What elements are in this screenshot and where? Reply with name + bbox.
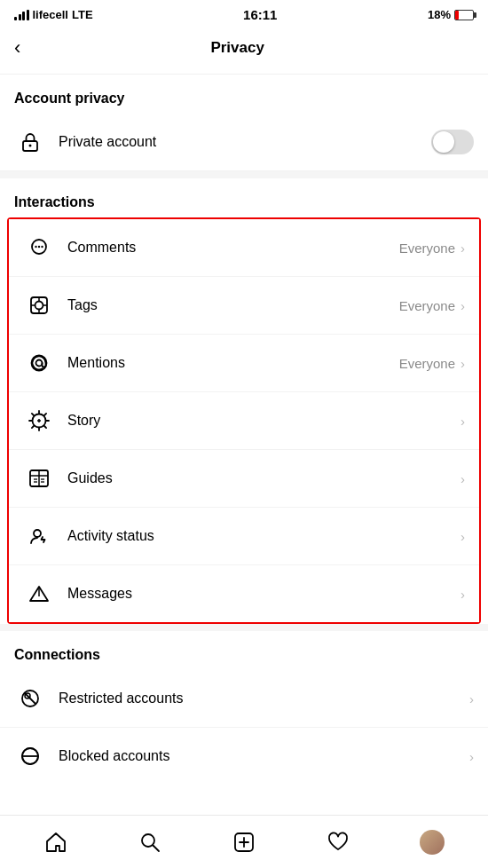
- comments-icon: [23, 232, 55, 264]
- restricted-accounts-icon: [14, 683, 46, 714]
- private-account-row[interactable]: Private account: [0, 114, 488, 171]
- status-time: 16:11: [243, 7, 277, 22]
- nav-add[interactable]: [222, 820, 266, 864]
- blocked-accounts-label: Blocked accounts: [59, 748, 469, 764]
- story-row[interactable]: Story ›: [9, 392, 479, 450]
- comments-label: Comments: [67, 240, 399, 256]
- interactions-box: Comments Everyone › Tags Everyone ›: [7, 217, 481, 624]
- comments-value: Everyone: [399, 241, 455, 256]
- story-icon: [23, 405, 55, 437]
- comments-row[interactable]: Comments Everyone ›: [9, 219, 479, 277]
- tags-icon: [23, 289, 55, 321]
- mentions-value: Everyone: [399, 356, 455, 371]
- page-title: Privacy: [28, 39, 447, 57]
- guides-label: Guides: [67, 470, 460, 486]
- top-nav: ‹ Privacy: [0, 26, 488, 75]
- messages-row[interactable]: Messages ›: [9, 565, 479, 622]
- activity-status-chevron: ›: [460, 529, 465, 544]
- activity-status-row[interactable]: Activity status ›: [9, 508, 479, 565]
- private-account-toggle[interactable]: [431, 130, 474, 154]
- svg-line-19: [32, 414, 34, 415]
- tags-row[interactable]: Tags Everyone ›: [9, 277, 479, 335]
- connections-section-header: Connections: [0, 631, 488, 670]
- back-button[interactable]: ‹: [14, 33, 28, 63]
- activity-status-label: Activity status: [67, 528, 460, 544]
- network-label: LTE: [72, 8, 93, 21]
- battery-icon: [454, 10, 474, 20]
- messages-chevron: ›: [460, 587, 465, 602]
- tags-label: Tags: [67, 297, 399, 313]
- status-bar: lifecell LTE 16:11 18%: [0, 0, 488, 26]
- restricted-accounts-row[interactable]: Restricted accounts ›: [0, 670, 488, 728]
- restricted-accounts-label: Restricted accounts: [59, 690, 469, 706]
- mentions-label: Mentions: [67, 355, 399, 371]
- mentions-chevron: ›: [460, 356, 465, 371]
- tags-chevron: ›: [460, 298, 465, 313]
- status-right: 18%: [428, 8, 474, 21]
- nav-search[interactable]: [128, 820, 172, 864]
- nav-home[interactable]: [34, 820, 78, 864]
- lock-icon: [14, 126, 46, 158]
- svg-point-1: [29, 145, 32, 147]
- svg-point-13: [36, 360, 43, 367]
- mentions-icon: [23, 347, 55, 379]
- account-privacy-section-header: Account privacy: [0, 75, 488, 114]
- svg-point-3: [35, 246, 36, 248]
- private-account-label: Private account: [59, 134, 431, 150]
- guides-row[interactable]: Guides ›: [9, 450, 479, 508]
- svg-line-42: [153, 845, 160, 851]
- story-label: Story: [67, 413, 460, 429]
- svg-point-5: [41, 246, 43, 248]
- messages-label: Messages: [67, 586, 460, 602]
- signal-icon: [14, 10, 29, 20]
- restricted-accounts-chevron: ›: [469, 691, 474, 706]
- nav-heart[interactable]: [316, 820, 360, 864]
- blocked-accounts-icon: [14, 740, 46, 772]
- blocked-accounts-chevron: ›: [469, 749, 474, 764]
- svg-point-32: [34, 530, 41, 537]
- guides-chevron: ›: [460, 471, 465, 486]
- status-left: lifecell LTE: [14, 8, 93, 21]
- battery-percent: 18%: [428, 8, 451, 21]
- svg-point-7: [35, 302, 43, 310]
- profile-avatar: [420, 830, 445, 855]
- bottom-nav: [0, 815, 488, 868]
- mentions-row[interactable]: Mentions Everyone ›: [9, 335, 479, 392]
- activity-status-icon: [23, 520, 55, 552]
- interactions-section-header: Interactions: [0, 178, 488, 217]
- tags-value: Everyone: [399, 298, 455, 313]
- svg-line-20: [44, 426, 46, 428]
- nav-profile[interactable]: [410, 820, 454, 864]
- guides-icon: [23, 462, 55, 494]
- comments-chevron: ›: [460, 241, 465, 256]
- section-divider-2: [0, 624, 488, 631]
- blocked-accounts-row[interactable]: Blocked accounts ›: [0, 728, 488, 785]
- svg-point-4: [38, 246, 40, 248]
- carrier-label: lifecell: [33, 8, 68, 21]
- messages-icon: [23, 578, 55, 610]
- section-divider: [0, 171, 488, 178]
- story-chevron: ›: [460, 414, 465, 429]
- svg-line-21: [44, 414, 46, 415]
- svg-line-22: [32, 426, 34, 428]
